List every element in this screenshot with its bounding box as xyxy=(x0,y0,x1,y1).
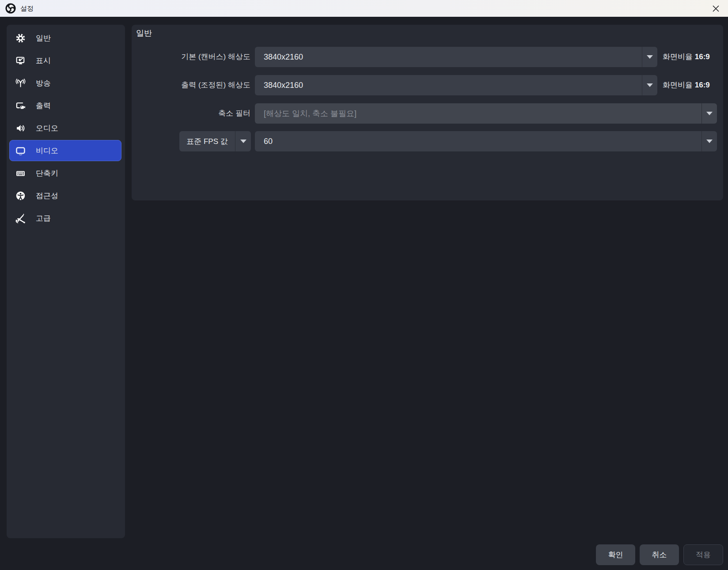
video-icon xyxy=(15,145,26,156)
aspect-ratio-value: 16:9 xyxy=(695,53,710,61)
fps-type-label: 표준 FPS 값 xyxy=(179,136,235,147)
sidebar-item-label: 단축키 xyxy=(36,168,58,178)
section-header: 일반 xyxy=(136,28,152,38)
sidebar-item-accessibility[interactable]: 접근성 xyxy=(10,185,121,206)
aspect-ratio-value: 16:9 xyxy=(695,81,710,89)
sidebar-item-label: 고급 xyxy=(36,213,51,223)
output-resolution-label: 출력 (조정된) 해상도 xyxy=(132,75,250,95)
sidebar-item-stream[interactable]: 방송 xyxy=(10,72,121,94)
appearance-icon xyxy=(15,55,26,66)
settings-sidebar: 일반 표시 xyxy=(7,25,125,538)
fps-type-dropdown-button[interactable]: 표준 FPS 값 xyxy=(179,131,251,151)
fps-value-combobox[interactable]: 60 xyxy=(255,131,717,151)
sidebar-item-advanced[interactable]: 고급 xyxy=(10,208,121,229)
sidebar-item-label: 표시 xyxy=(36,56,51,66)
downscale-filter-placeholder: [해상도 일치, 축소 불필요] xyxy=(255,108,701,119)
output-aspect-ratio: 화면비율 16:9 xyxy=(663,75,710,95)
cancel-button[interactable]: 취소 xyxy=(640,544,679,565)
chevron-down-icon xyxy=(701,103,717,124)
output-resolution-value: 3840x2160 xyxy=(255,81,642,90)
chevron-down-icon xyxy=(701,131,717,151)
fps-value: 60 xyxy=(255,137,701,146)
sidebar-item-label: 일반 xyxy=(36,33,51,43)
downscale-filter-combobox: [해상도 일치, 축소 불필요] xyxy=(255,103,717,124)
sidebar-item-label: 오디오 xyxy=(36,123,58,133)
sidebar-item-appearance[interactable]: 표시 xyxy=(10,50,121,71)
sidebar-item-video[interactable]: 비디오 xyxy=(9,140,121,161)
sidebar-item-hotkeys[interactable]: 단축키 xyxy=(10,162,121,184)
accessibility-icon xyxy=(15,190,26,201)
apply-button: 적용 xyxy=(683,544,723,565)
window-title: 설정 xyxy=(20,4,34,13)
aspect-ratio-label: 화면비율 xyxy=(663,53,693,61)
sidebar-item-general[interactable]: 일반 xyxy=(10,27,121,49)
sidebar-item-label: 방송 xyxy=(36,78,51,88)
base-resolution-value: 3840x2160 xyxy=(255,53,642,62)
sidebar-item-label: 출력 xyxy=(36,101,51,111)
chevron-down-icon xyxy=(642,75,657,95)
sidebar-item-audio[interactable]: 오디오 xyxy=(10,117,121,139)
aspect-ratio-label: 화면비율 xyxy=(663,81,693,89)
chevron-down-icon xyxy=(235,131,251,151)
downscale-filter-label: 축소 필터 xyxy=(132,103,250,124)
hotkeys-icon xyxy=(15,168,26,178)
output-icon xyxy=(15,100,26,111)
base-aspect-ratio: 화면비율 16:9 xyxy=(663,47,710,67)
advanced-icon xyxy=(15,213,26,223)
obs-logo-icon xyxy=(5,3,16,14)
sidebar-item-label: 접근성 xyxy=(36,191,58,201)
video-settings-panel: 일반 기본 (캔버스) 해상도 3840x2160 화면비율 16:9 출력 (… xyxy=(132,25,723,200)
base-resolution-label: 기본 (캔버스) 해상도 xyxy=(132,47,250,67)
chevron-down-icon xyxy=(642,47,657,67)
base-resolution-combobox[interactable]: 3840x2160 xyxy=(255,47,657,67)
gear-icon xyxy=(15,33,26,43)
sidebar-item-output[interactable]: 출력 xyxy=(10,95,121,116)
output-resolution-combobox[interactable]: 3840x2160 xyxy=(255,75,657,95)
broadcast-icon xyxy=(15,78,26,88)
audio-icon xyxy=(15,123,26,133)
close-icon[interactable] xyxy=(707,0,724,17)
titlebar: 설정 xyxy=(0,0,728,17)
sidebar-item-label: 비디오 xyxy=(36,146,58,156)
ok-button[interactable]: 확인 xyxy=(596,544,635,565)
